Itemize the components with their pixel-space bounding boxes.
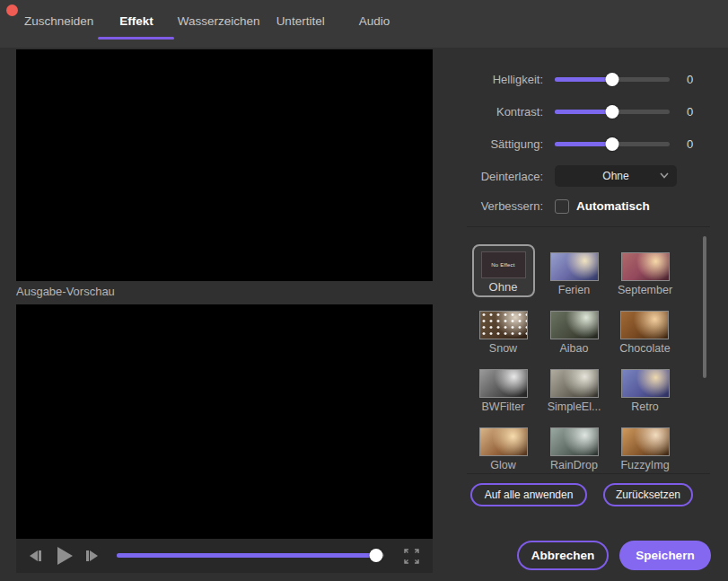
tab-audio[interactable]: Audio (359, 0, 390, 48)
slider-label: Helligkeit: (440, 73, 543, 86)
effect-thumbnail (550, 311, 599, 339)
slider-track[interactable] (555, 77, 670, 82)
effect-thumbnail (479, 427, 528, 456)
effects-scrollbar[interactable] (703, 236, 706, 378)
player-controls (16, 539, 433, 573)
output-preview (16, 304, 433, 573)
slider-thumb[interactable] (606, 105, 619, 119)
effect-tile[interactable]: FuzzyImg (620, 427, 669, 472)
effect-thumbnail (621, 427, 670, 456)
effect-thumbnail (620, 311, 669, 339)
deinterlace-dropdown[interactable]: Ohne (555, 165, 677, 187)
deinterlace-row: Deinterlace: Ohne (440, 165, 677, 187)
tab-wasserzeichen[interactable]: Wasserzeichen (178, 0, 260, 48)
effect-tile[interactable]: Snow (479, 311, 528, 356)
source-preview (16, 49, 433, 281)
slider-label: Sättigung: (440, 137, 543, 151)
effect-thumbnail (621, 369, 670, 398)
effect-name: Snow (489, 342, 517, 355)
save-button[interactable]: Speichern (619, 541, 711, 570)
slider-thumb[interactable] (606, 137, 619, 151)
slider-value: 0 (687, 73, 693, 86)
effects-grid: No Effect Ohne Ferien September Snow Aib… (468, 239, 680, 472)
slider-value: 0 (687, 137, 693, 151)
effect-name: FuzzyImg (620, 459, 669, 471)
effect-tile[interactable]: RainDrop (550, 427, 599, 472)
effect-tile[interactable]: Chocolate (619, 311, 670, 356)
effect-tile[interactable]: SimpleEl... (548, 369, 601, 414)
effect-name: Chocolate (619, 342, 670, 355)
effects-panel-bottom-divider (467, 473, 710, 474)
effects-panel-top-divider (467, 226, 710, 227)
enhance-label: Verbessern: (440, 199, 543, 213)
play-button[interactable] (54, 539, 75, 573)
automatic-checkbox-label: Automatisch (576, 199, 650, 213)
progress-thumb[interactable] (370, 549, 383, 562)
close-button[interactable] (6, 4, 18, 16)
previous-frame-button[interactable] (28, 539, 42, 573)
fullscreen-icon[interactable] (402, 539, 420, 573)
cancel-button[interactable]: Abbrechen (517, 541, 609, 570)
tab-bar: Zuschneiden Effekt Wasserzeichen Unterti… (0, 0, 728, 48)
next-frame-button[interactable] (84, 539, 99, 573)
slider-row: Kontrast: 0 (440, 102, 693, 120)
effect-thumbnail (550, 427, 599, 456)
apply-all-button[interactable]: Auf alle anwenden (470, 483, 587, 506)
effect-thumbnail (550, 369, 599, 398)
effect-tile[interactable]: BWFilter (479, 369, 528, 414)
tab-untertitel[interactable]: Untertitel (276, 0, 325, 48)
effect-name: RainDrop (550, 459, 598, 471)
effect-tile[interactable]: Retro (621, 369, 670, 414)
effect-name: Ohne (489, 280, 518, 294)
effect-tile[interactable]: Glow (479, 427, 528, 472)
effect-name: Glow (490, 459, 515, 471)
effect-thumbnail (550, 252, 599, 281)
effect-thumbnail: No Effect (481, 251, 526, 278)
tab-effekt[interactable]: Effekt (119, 0, 153, 48)
effect-name: BWFilter (482, 401, 525, 413)
chevron-down-icon (660, 172, 669, 179)
slider-fill (555, 110, 612, 114)
reset-button[interactable]: Zurücksetzen (603, 483, 693, 506)
slider-fill (555, 77, 612, 82)
deinterlace-value: Ohne (602, 170, 628, 182)
effect-tile[interactable]: No Effect Ohne (472, 244, 535, 297)
tab-list: Zuschneiden Effekt Wasserzeichen Unterti… (0, 0, 728, 48)
slider-value: 0 (687, 105, 693, 119)
effect-tile[interactable]: September (618, 252, 672, 297)
playback-progress-slider[interactable] (117, 553, 384, 558)
deinterlace-label: Deinterlace: (440, 170, 543, 183)
effect-name: Ferien (558, 284, 590, 296)
slider-row: Helligkeit: 0 (440, 70, 693, 88)
effect-tile[interactable]: Aibao (550, 311, 599, 356)
effect-name: SimpleEl... (548, 401, 601, 413)
effect-name: September (618, 284, 672, 296)
slider-fill (555, 142, 612, 146)
output-preview-label: Ausgabe-Vorschau (16, 285, 115, 298)
effect-tile[interactable]: Ferien (550, 252, 599, 297)
no-effect-text: No Effect (491, 262, 514, 268)
slider-row: Sättigung: 0 (440, 135, 693, 153)
slider-track[interactable] (555, 110, 670, 114)
progress-fill (117, 553, 376, 558)
effect-thumbnail (479, 311, 528, 339)
effect-thumbnail (479, 369, 528, 398)
slider-label: Kontrast: (440, 105, 543, 119)
slider-thumb[interactable] (606, 73, 619, 86)
effect-name: Aibao (560, 342, 589, 355)
tab-zuschneiden[interactable]: Zuschneiden (24, 0, 93, 48)
effect-thumbnail (621, 252, 670, 281)
automatic-checkbox[interactable] (555, 199, 569, 214)
enhance-row: Verbessern: Automatisch (440, 198, 650, 214)
effect-name: Retro (631, 401, 659, 413)
effect-settings-dialog: Zuschneiden Effekt Wasserzeichen Unterti… (0, 0, 728, 581)
slider-track[interactable] (555, 142, 670, 146)
